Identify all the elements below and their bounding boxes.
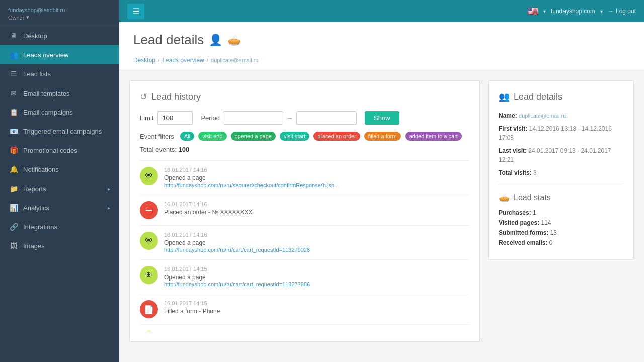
detail-total-visits: Total visits: 3 — [499, 168, 623, 177]
event-desc: Opened a page http://fundayshop.com/ru/r… — [164, 274, 469, 288]
sidebar-item-promotional-codes[interactable]: 🎁 Promotional codes — [0, 141, 119, 160]
event-item: ⛔ 16.01.2017 14:16 Placed an order - № X… — [140, 195, 469, 226]
sidebar-item-triggered-email[interactable]: 📧 Triggered email campaigns — [0, 122, 119, 141]
event-icon: 👁 — [140, 331, 158, 331]
sidebar-item-reports[interactable]: 📁 Reports ▸ — [0, 179, 119, 198]
sidebar-item-email-campaigns[interactable]: 📋 Email campaigns — [0, 103, 119, 122]
detail-last-visit: Last visit: 24.01.2017 09:13 - 24.01.201… — [499, 146, 623, 164]
event-filters-row: Event filters All visit end opened a pag… — [140, 132, 469, 141]
period-start-input[interactable] — [223, 111, 283, 125]
event-icon: 👁 — [140, 266, 158, 284]
lead-lists-icon: ☰ — [9, 70, 18, 78]
event-item: 👁 16.01.2017 14:16 Opened a page http://… — [140, 161, 469, 195]
history-icon: ↺ — [140, 91, 147, 102]
sidebar-item-label: Analytics — [23, 204, 49, 212]
sidebar: fundayshop@leadbit.ru Owner ▾ 🖥 Desktop … — [0, 0, 119, 362]
event-item: 👁 16.01.2017 14:15 Opened a page http://… — [140, 325, 469, 331]
breadcrumb: Desktop / Leads overview / duplicate@ema… — [133, 53, 630, 70]
sidebar-item-label: Notifications — [23, 166, 59, 173]
limit-label: Limit — [140, 114, 153, 122]
lead-history-panel: ↺ Lead history Limit Period → Sho — [129, 80, 480, 342]
show-button[interactable]: Show — [365, 111, 399, 125]
stat-label: Submitted forms: — [499, 229, 548, 236]
filter-added-cart[interactable]: added item to a cart — [405, 132, 462, 141]
promotional-codes-icon: 🎁 — [9, 146, 18, 154]
event-desc: Opened a page http://fundayshop.com/ru/r… — [164, 239, 469, 253]
filter-visit-start[interactable]: visit start — [280, 132, 309, 141]
flag-icon: 🇺🇸 — [527, 6, 538, 17]
limit-group: Limit — [140, 111, 193, 125]
lead-stats-title: 🥧 Lead stats — [499, 192, 623, 203]
event-filters-label: Event filters — [140, 133, 174, 140]
sidebar-item-leads-overview[interactable]: 👥 Leads overview — [0, 45, 119, 64]
sidebar-item-email-templates[interactable]: ✉ Email templates — [0, 83, 119, 103]
sidebar-item-images[interactable]: 🖼 Images — [0, 236, 119, 255]
logout-button[interactable]: → Log out — [608, 8, 636, 15]
limit-input[interactable] — [157, 111, 193, 125]
event-item: 👁 16.01.2017 14:16 Opened a page http://… — [140, 226, 469, 260]
lead-history-title: ↺ Lead history — [140, 91, 469, 102]
event-desc: Placed an order - № XXXXXXXX — [164, 209, 469, 216]
sidebar-item-label: Reports — [23, 185, 46, 193]
chevron-down-icon: ▾ — [543, 9, 546, 14]
reports-icon: 📁 — [9, 185, 18, 193]
sidebar-item-analytics[interactable]: 📊 Analytics ▸ — [0, 198, 119, 217]
page-header: Lead details 👤 🥧 Desktop / Leads overvie… — [119, 22, 644, 70]
filter-filled-form[interactable]: filled a form — [364, 132, 401, 141]
lead-details-panel: 👥 Lead details Name: duplicate@email.ru … — [488, 80, 634, 260]
breadcrumb-leads-overview[interactable]: Leads overview — [162, 57, 204, 64]
topbar-right: 🇺🇸 ▾ fundayshop.com ▾ → Log out — [527, 6, 636, 17]
sidebar-item-label: Triggered email campaigns — [23, 128, 102, 135]
stat-value: 0 — [549, 239, 553, 246]
sidebar-item-integrations[interactable]: 🔗 Integrations — [0, 217, 119, 236]
chevron-down-icon: ▾ — [26, 14, 29, 21]
breadcrumb-current: duplicate@email.ru — [211, 57, 258, 63]
sidebar-item-notifications[interactable]: 🔔 Notifications — [0, 160, 119, 179]
filter-all[interactable]: All — [180, 132, 194, 141]
stat-value: 1 — [533, 209, 536, 216]
sidebar-item-label: Promotional codes — [23, 147, 77, 154]
event-content: 16.01.2017 14:16 Opened a page http://fu… — [164, 167, 469, 189]
triggered-email-icon: 📧 — [9, 127, 18, 135]
sidebar-item-lead-lists[interactable]: ☰ Lead lists — [0, 64, 119, 83]
user-email: fundayshop@leadbit.ru — [8, 7, 111, 13]
event-link[interactable]: http://fundayshop.com/ru/ru/cart/cart_re… — [164, 281, 310, 287]
sidebar-item-label: Email templates — [23, 89, 69, 97]
stat-label: Purchases: — [499, 209, 531, 216]
analytics-icon: 📊 — [9, 204, 18, 212]
menu-button[interactable]: ☰ — [127, 4, 144, 19]
stat-label: Received emails: — [499, 239, 547, 246]
filter-visit-end[interactable]: visit end — [198, 132, 226, 141]
sidebar-item-desktop[interactable]: 🖥 Desktop — [0, 26, 119, 45]
event-content: 16.01.2017 14:15 Filled a form - Phone — [164, 300, 469, 315]
event-time: 16.01.2017 14:16 — [164, 201, 469, 207]
period-end-input[interactable] — [296, 111, 357, 125]
breadcrumb-desktop[interactable]: Desktop — [133, 57, 155, 64]
arrow-icon: → — [286, 114, 293, 122]
stat-row: Purchases: 1 — [499, 209, 623, 216]
user-role: Owner ▾ — [8, 14, 111, 21]
filter-placed-order[interactable]: placed an order — [313, 132, 360, 141]
topbar: ☰ 🇺🇸 ▾ fundayshop.com ▾ → Log out — [119, 0, 644, 22]
pie-chart-icon: 🥧 — [499, 192, 510, 203]
event-link[interactable]: http://fundayshop.com/ru/ru/secured/chec… — [164, 182, 339, 188]
leads-overview-icon: 👥 — [9, 51, 18, 59]
pie-chart-icon: 🥧 — [227, 34, 241, 47]
event-desc: Opened a page http://fundayshop.com/ru/r… — [164, 174, 469, 189]
filter-opened-page[interactable]: opened a page — [231, 132, 276, 141]
lead-details-title: 👥 Lead details — [499, 91, 623, 102]
content-area: Lead details 👤 🥧 Desktop / Leads overvie… — [119, 22, 644, 362]
event-content: 16.01.2017 14:16 Placed an order - № XXX… — [164, 201, 469, 216]
stat-row: Received emails: 0 — [499, 239, 623, 246]
two-col-layout: ↺ Lead history Limit Period → Sho — [119, 70, 644, 352]
stat-value: 13 — [550, 229, 557, 236]
main-area: ☰ 🇺🇸 ▾ fundayshop.com ▾ → Log out Lead d… — [119, 0, 644, 362]
event-content: 16.01.2017 14:16 Opened a page http://fu… — [164, 232, 469, 253]
event-link[interactable]: http://fundayshop.com/ru/ru/cart/cart_re… — [164, 247, 310, 253]
chevron-right-icon: ▸ — [108, 186, 110, 192]
logout-icon: → — [608, 8, 614, 15]
event-content: 16.01.2017 14:15 Opened a page http://fu… — [164, 331, 469, 331]
event-list: 👁 16.01.2017 14:16 Opened a page http://… — [140, 160, 469, 331]
email-templates-icon: ✉ — [9, 89, 18, 97]
sidebar-item-label: Images — [23, 242, 45, 250]
